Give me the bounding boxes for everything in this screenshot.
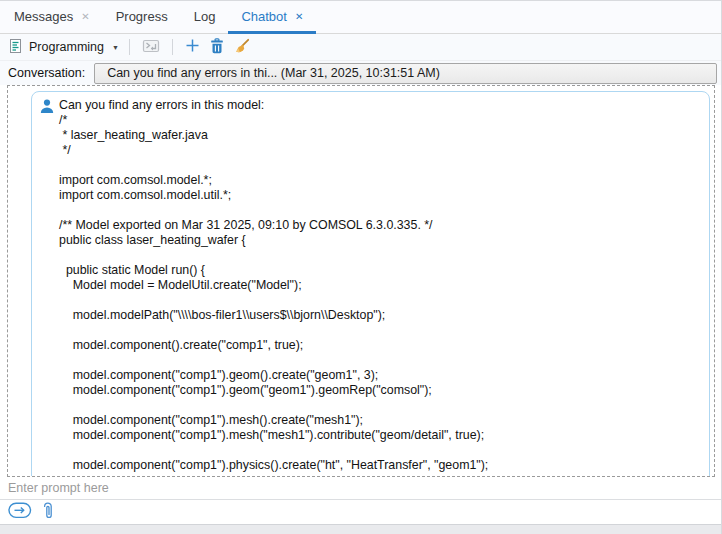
tab-label: Chatbot <box>241 9 287 24</box>
conversation-select[interactable]: Can you find any errors in thi... (Mar 3… <box>94 63 717 84</box>
send-to-console-button[interactable] <box>140 37 162 58</box>
programming-mode-dropdown[interactable]: Programming ▼ <box>8 38 119 57</box>
delete-conversation-button[interactable] <box>208 37 226 58</box>
tab-bar: Messages ✕ Progress Log Chatbot ✕ <box>0 1 721 34</box>
tab-messages[interactable]: Messages ✕ <box>1 1 103 34</box>
tab-label: Progress <box>116 9 168 24</box>
user-message-text: Can you find any errors in this model: /… <box>59 98 699 473</box>
prompt-actions <box>0 500 721 524</box>
close-icon[interactable]: ✕ <box>295 10 303 22</box>
send-button[interactable] <box>8 502 32 522</box>
trash-icon <box>210 38 224 57</box>
mode-label: Programming <box>29 40 104 54</box>
conversation-label: Conversation: <box>8 66 85 80</box>
code-document-icon <box>8 38 23 57</box>
attach-button[interactable] <box>41 500 55 524</box>
status-strip <box>0 524 721 534</box>
tab-log[interactable]: Log <box>181 1 229 34</box>
chat-history[interactable]: Can you find any errors in this model: /… <box>7 85 715 477</box>
tab-chatbot[interactable]: Chatbot ✕ <box>228 1 316 34</box>
conversation-selected-option: Can you find any errors in thi... (Mar 3… <box>107 66 440 80</box>
close-icon[interactable]: ✕ <box>81 10 89 22</box>
conversation-row: Conversation: Can you find any errors in… <box>0 60 721 85</box>
tab-label: Log <box>194 9 216 24</box>
new-conversation-button[interactable] <box>183 37 202 57</box>
prompt-input[interactable] <box>0 477 721 499</box>
toolbar: Programming ▼ <box>0 34 721 60</box>
toolbar-separator <box>172 39 173 55</box>
prompt-row <box>0 477 721 500</box>
clear-conversation-button[interactable] <box>232 37 252 58</box>
terminal-return-icon <box>142 38 160 57</box>
chevron-down-icon: ▼ <box>112 44 119 51</box>
send-arrow-icon <box>8 502 32 522</box>
plus-icon <box>185 38 200 56</box>
broom-icon <box>234 38 250 57</box>
person-icon <box>39 98 55 114</box>
toolbar-separator <box>129 39 130 55</box>
paperclip-icon <box>41 500 55 524</box>
tab-progress[interactable]: Progress <box>103 1 181 34</box>
tab-label: Messages <box>14 9 73 24</box>
chatbot-panel: Messages ✕ Progress Log Chatbot ✕ <box>0 0 722 534</box>
user-message-bubble: Can you find any errors in this model: /… <box>31 91 710 477</box>
